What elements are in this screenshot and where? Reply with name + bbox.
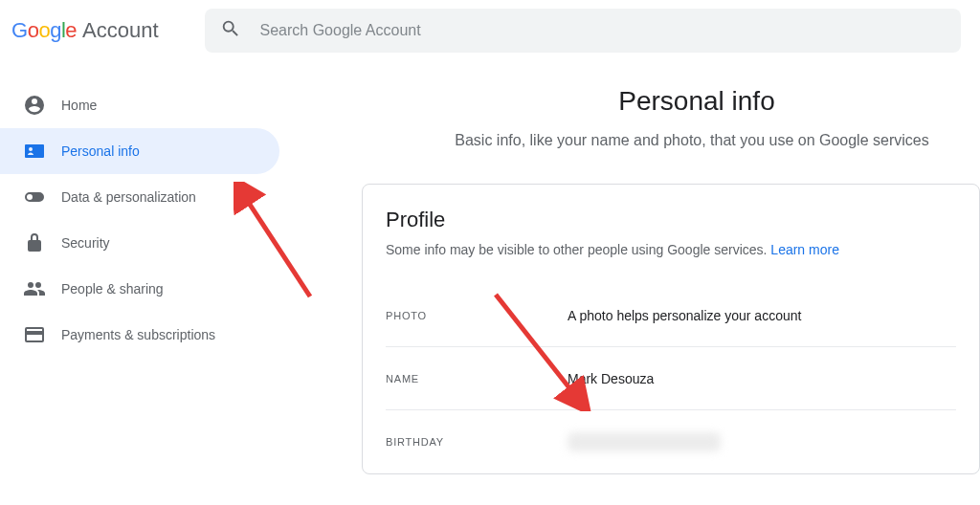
card-icon	[23, 323, 46, 346]
search-input[interactable]	[260, 22, 946, 39]
sidebar-item-label: Home	[61, 98, 97, 113]
header: Google Account	[0, 0, 980, 61]
card-description: Some info may be visible to other people…	[386, 242, 956, 257]
lock-icon	[23, 231, 46, 254]
row-value: Mark Desouza	[568, 371, 654, 386]
main-content: Personal info Basic info, like your name…	[279, 61, 980, 474]
search-box[interactable]	[205, 9, 961, 53]
sidebar-item-security[interactable]: Security	[0, 220, 279, 266]
sidebar-item-label: Data & personalization	[61, 189, 196, 205]
sidebar-item-label: Payments & subscriptions	[61, 327, 215, 342]
google-logo: Google	[11, 18, 77, 43]
sidebar-item-label: People & sharing	[61, 281, 164, 296]
profile-card: Profile Some info may be visible to othe…	[362, 184, 980, 474]
learn-more-link[interactable]: Learn more	[770, 242, 839, 257]
row-label: PHOTO	[386, 310, 568, 321]
sidebar-item-label: Security	[61, 235, 110, 251]
sidebar-item-data-personalization[interactable]: Data & personalization	[0, 174, 279, 220]
row-value-blurred	[568, 432, 721, 451]
user-circle-icon	[23, 94, 46, 117]
product-name: Account	[82, 18, 159, 43]
logo-area: Google Account	[11, 18, 159, 43]
card-description-text: Some info may be visible to other people…	[386, 242, 770, 257]
row-photo[interactable]: PHOTO A photo helps personalize your acc…	[386, 284, 956, 347]
page-title: Personal info	[279, 86, 980, 117]
row-name[interactable]: NAME Mark Desouza	[386, 347, 956, 410]
toggle-icon	[23, 186, 46, 209]
row-birthday[interactable]: BIRTHDAY	[386, 410, 956, 473]
row-value: A photo helps personalize your account	[568, 308, 801, 323]
sidebar-item-home[interactable]: Home	[0, 82, 279, 128]
sidebar-item-payments[interactable]: Payments & subscriptions	[0, 312, 279, 358]
search-icon	[220, 18, 260, 43]
page-subtitle: Basic info, like your name and photo, th…	[279, 132, 980, 149]
card-title: Profile	[386, 208, 956, 232]
sidebar-item-label: Personal info	[61, 143, 140, 159]
people-icon	[23, 277, 46, 300]
id-card-icon	[23, 140, 46, 163]
sidebar: Home Personal info Data & personalizatio…	[0, 61, 279, 474]
row-label: BIRTHDAY	[386, 436, 568, 448]
sidebar-item-personal-info[interactable]: Personal info	[0, 128, 279, 174]
sidebar-item-people-sharing[interactable]: People & sharing	[0, 266, 279, 312]
row-label: NAME	[386, 373, 568, 384]
